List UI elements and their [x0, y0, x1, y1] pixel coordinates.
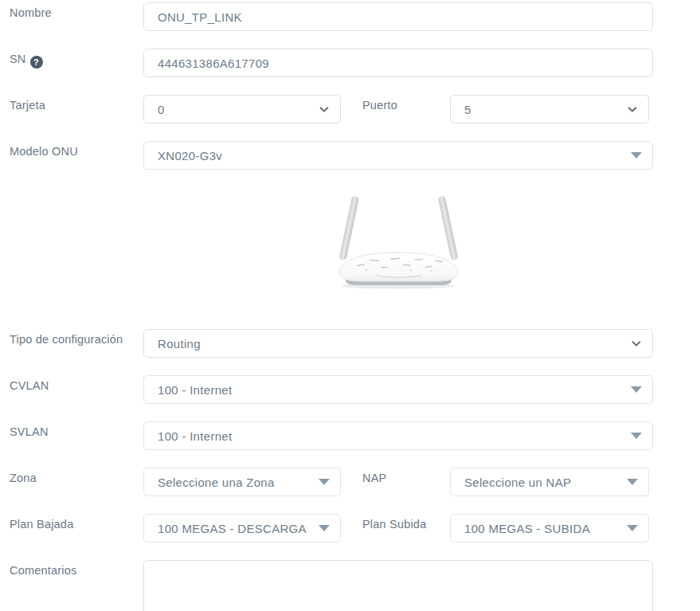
chevron-down-icon	[631, 338, 642, 349]
antenna-left	[338, 195, 359, 260]
onu-config-form: Nombre SN? Tarjeta 0 Puerto 5 Mode	[0, 0, 700, 611]
cvlan-label: CVLAN	[10, 375, 143, 404]
puerto-value: 5	[464, 103, 471, 116]
cvlan-dropdown[interactable]: 100 - Internet	[143, 375, 653, 404]
comentarios-label: Comentarios	[10, 560, 143, 611]
triangle-down-icon	[631, 152, 642, 159]
nombre-label: Nombre	[10, 2, 143, 31]
nap-label: NAP	[362, 468, 450, 496]
device-image-row	[143, 191, 653, 289]
plan-subida-value: 100 MEGAS - SUBIDA	[464, 522, 590, 535]
nombre-input[interactable]	[143, 2, 653, 31]
cvlan-value: 100 - Internet	[158, 383, 232, 397]
svlan-label: SVLAN	[10, 421, 143, 450]
sn-label: SN	[10, 53, 26, 65]
triangle-down-icon	[319, 525, 330, 531]
tipo-configuracion-select[interactable]: Routing	[143, 329, 653, 358]
plan-subida-dropdown[interactable]: 100 MEGAS - SUBIDA	[450, 514, 649, 542]
field-row-nombre: Nombre	[10, 2, 700, 31]
puerto-select[interactable]: 5	[450, 95, 649, 123]
tarjeta-select[interactable]: 0	[143, 95, 341, 123]
nap-value: Seleccione un NAP	[464, 476, 571, 489]
svlan-value: 100 - Internet	[158, 429, 232, 443]
sn-input[interactable]	[143, 49, 653, 77]
field-row-modelo-onu: Modelo ONU XN020-G3v	[10, 141, 700, 170]
puerto-label: Puerto	[362, 95, 450, 123]
nap-dropdown[interactable]: Seleccione un NAP	[450, 468, 649, 496]
tarjeta-value: 0	[158, 103, 165, 116]
tipo-configuracion-label: Tipo de configuración	[10, 329, 143, 358]
comentarios-textarea[interactable]	[143, 560, 653, 611]
triangle-down-icon	[627, 479, 638, 485]
tipo-configuracion-value: Routing	[158, 337, 201, 351]
modelo-onu-label: Modelo ONU	[10, 141, 143, 170]
triangle-down-icon	[631, 433, 642, 439]
triangle-down-icon	[631, 386, 642, 393]
onu-device-image	[333, 191, 464, 289]
plan-bajada-label: Plan Bajada	[10, 514, 143, 542]
modelo-onu-value: XN020-G3v	[158, 149, 222, 163]
field-row-cvlan: CVLAN 100 - Internet	[10, 375, 700, 404]
zona-label: Zona	[10, 468, 143, 496]
modelo-onu-dropdown[interactable]: XN020-G3v	[143, 141, 653, 170]
antenna-right	[437, 195, 458, 260]
field-row-svlan: SVLAN 100 - Internet	[10, 421, 700, 450]
chevron-down-icon	[627, 104, 638, 115]
field-row-planes: Plan Bajada 100 MEGAS - DESCARGA Plan Su…	[10, 514, 700, 542]
field-row-sn: SN?	[10, 49, 700, 77]
triangle-down-icon	[627, 525, 638, 531]
plan-bajada-dropdown[interactable]: 100 MEGAS - DESCARGA	[143, 514, 341, 542]
tarjeta-label: Tarjeta	[10, 95, 143, 123]
triangle-down-icon	[319, 479, 330, 485]
chevron-down-icon	[319, 104, 330, 115]
plan-subida-label: Plan Subida	[362, 514, 450, 542]
field-row-comentarios: Comentarios	[10, 560, 700, 611]
zona-value: Seleccione una Zona	[158, 476, 275, 489]
plan-bajada-value: 100 MEGAS - DESCARGA	[158, 522, 307, 535]
help-icon[interactable]: ?	[30, 56, 43, 69]
field-row-tarjeta-puerto: Tarjeta 0 Puerto 5	[10, 95, 700, 123]
svlan-dropdown[interactable]: 100 - Internet	[143, 421, 653, 450]
field-row-zona-nap: Zona Seleccione una Zona NAP Seleccione …	[10, 468, 700, 496]
field-row-tipo-configuracion: Tipo de configuración Routing	[10, 329, 700, 358]
zona-dropdown[interactable]: Seleccione una Zona	[143, 468, 341, 496]
